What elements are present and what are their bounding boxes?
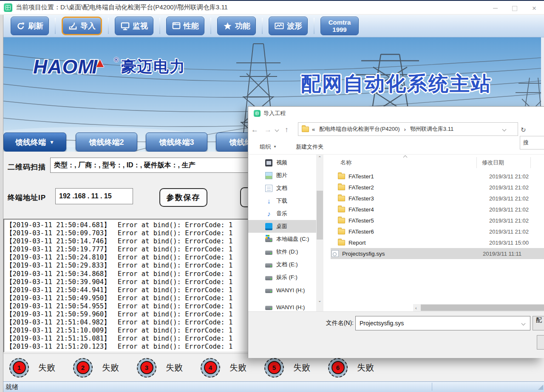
qr-scan-value: 类型：, 厂商：, 型号：, ID：, 硬件版本：, 生产 bbox=[54, 161, 195, 170]
monitor-button[interactable]: 监视 bbox=[115, 17, 153, 35]
scroll-up-icon[interactable]: ⌃ bbox=[318, 155, 321, 160]
folder-icon bbox=[338, 207, 345, 212]
forward-icon[interactable]: → bbox=[264, 126, 272, 134]
tab-feeder-terminal-3[interactable]: 馈线终端3 bbox=[146, 133, 207, 152]
sidebar-item[interactable]: 文档 (E:) bbox=[248, 258, 323, 271]
scroll-down-icon[interactable]: ⌄ bbox=[318, 298, 321, 303]
log-timestamp: 【2019-03-11 21:50:39.904】 bbox=[6, 278, 110, 286]
sidebar-item[interactable]: 本地磁盘 (C:) bbox=[248, 233, 323, 245]
column-divider[interactable] bbox=[476, 157, 477, 168]
sidebar-item[interactable]: 音乐 bbox=[248, 207, 323, 220]
sidebar-item[interactable]: 下载 bbox=[248, 195, 323, 207]
sidebar-item[interactable]: 图片 bbox=[248, 169, 323, 182]
sidebar-item[interactable]: WANYI (H:) bbox=[248, 284, 323, 296]
file-row[interactable]: FATester1 2019/3/11 21:02 bbox=[331, 171, 544, 182]
drive-icon bbox=[265, 276, 272, 280]
column-header-name[interactable]: 名称 bbox=[331, 159, 476, 166]
log-timestamp: 【2019-03-11 21:50:04.681】 bbox=[6, 221, 110, 229]
sidebar-item[interactable]: 软件 (D:) bbox=[248, 245, 323, 258]
file-rows: FATester1 2019/3/11 21:02 FATester2 2019… bbox=[331, 171, 544, 259]
tab-feeder-terminal-2[interactable]: 馈线终端2 bbox=[76, 133, 137, 152]
dialog-command-bar: 组织 ▼ 新建文件夹 bbox=[248, 139, 544, 155]
horizontal-scrollbar[interactable]: ‹ bbox=[413, 304, 544, 311]
terminal-ip-input[interactable]: 192 .168 . 11 . 15 bbox=[55, 188, 133, 204]
open-button-partial[interactable] bbox=[537, 335, 544, 350]
sidebar-item-label: 桌面 bbox=[276, 223, 287, 230]
refresh-address-icon[interactable]: ↻ bbox=[521, 126, 541, 134]
error-log[interactable]: 【2019-03-11 21:50:04.681】Error at bind()… bbox=[3, 219, 249, 353]
performance-button[interactable]: 性能 bbox=[166, 17, 204, 35]
tab-label: 馈线终端3 bbox=[159, 137, 194, 147]
file-row[interactable]: Projectsysfig.sys 2019/3/11 11:11 bbox=[331, 248, 544, 259]
scrollbar-thumb[interactable] bbox=[317, 191, 323, 240]
status-lamp-icon: 3 bbox=[137, 358, 156, 378]
file-row[interactable]: FATester5 2019/3/11 21:02 bbox=[331, 215, 544, 226]
log-line: 【2019-03-11 21:51:10.009】Error at bind()… bbox=[6, 327, 248, 335]
result-indicator: 3 失败 bbox=[137, 358, 201, 378]
file-date: 2019/3/11 11:11 bbox=[477, 251, 521, 257]
breadcrumb-current-folder[interactable]: 鄂州联调仓库3.11 bbox=[410, 125, 453, 133]
recent-locations-chevron-icon[interactable] bbox=[275, 128, 279, 132]
documents-icon bbox=[265, 185, 272, 192]
log-timestamp: 【2019-03-11 21:51:10.009】 bbox=[6, 327, 110, 334]
log-line: 【2019-03-11 21:50:29.833】Error at bind()… bbox=[6, 262, 248, 270]
breadcrumb-folder[interactable]: 配电终端自动化检测平台(P4200) bbox=[319, 125, 400, 133]
filename-label: 文件名(N): bbox=[294, 319, 354, 327]
haomai-logo: HAOM ▲ I ® 豪迈电力 bbox=[33, 55, 186, 78]
qr-scan-input[interactable]: 类型：, 厂商：, 型号：, ID：, 硬件版本：, 生产 bbox=[50, 158, 263, 173]
waveform-button[interactable]: 波形 bbox=[269, 17, 308, 35]
indicator-label: 失败 bbox=[293, 362, 310, 373]
status-lamp-icon: 5 bbox=[264, 358, 284, 378]
result-indicator: 5 失败 bbox=[264, 358, 328, 378]
new-folder-button[interactable]: 新建文件夹 bbox=[296, 143, 323, 151]
address-bar[interactable]: « 配电终端自动化检测平台(P4200) › 鄂州联调仓库3.11 bbox=[298, 122, 518, 136]
sidebar-item-label: 文档 bbox=[276, 184, 287, 192]
log-message: Error at bind(): ErrorCode: 1 bbox=[118, 245, 233, 253]
up-icon[interactable]: ↑ bbox=[285, 126, 289, 134]
app-icon bbox=[4, 3, 12, 12]
sidebar-item[interactable]: 视频 bbox=[248, 156, 323, 169]
terminal-ip-label: 终端地址IP bbox=[8, 193, 46, 203]
file-row[interactable]: FATester2 2019/3/11 21:02 bbox=[331, 182, 544, 193]
terminal-ip-value: 192 .168 . 11 . 15 bbox=[59, 192, 112, 200]
dialog-title-bar[interactable]: 导入工程 bbox=[248, 107, 544, 120]
column-divider[interactable] bbox=[530, 157, 531, 168]
file-row[interactable]: FATester4 2019/3/11 21:02 bbox=[331, 204, 544, 215]
close-icon[interactable]: × bbox=[524, 2, 544, 15]
sidebar-item[interactable]: 文档 bbox=[248, 182, 323, 195]
column-header-date[interactable]: 修改日期 bbox=[476, 159, 504, 166]
log-message: Error at bind(): ErrorCode: 1 bbox=[118, 221, 233, 229]
tab-feeder-terminal-1[interactable]: 馈线终端 ▼ bbox=[3, 133, 66, 152]
file-row[interactable]: Report 2019/3/11 15:00 bbox=[331, 237, 544, 248]
indicator-label: 失败 bbox=[357, 362, 374, 373]
file-row[interactable]: FATester3 2019/3/11 21:02 bbox=[331, 193, 544, 204]
sidebar-item[interactable]: 桌面 bbox=[248, 220, 323, 233]
sidebar-scrollbar[interactable]: ⌃ ⌄ bbox=[316, 155, 323, 311]
log-timestamp: 【2019-03-11 21:50:19.777】 bbox=[6, 245, 110, 253]
import-button[interactable]: 导入 bbox=[62, 17, 102, 35]
maximize-icon[interactable] bbox=[505, 2, 524, 15]
log-line: 【2019-03-11 21:50:49.950】Error at bind()… bbox=[6, 294, 248, 302]
back-icon[interactable]: ← bbox=[251, 126, 258, 134]
filetype-filter-button[interactable]: 配 bbox=[533, 316, 544, 330]
function-button[interactable]: 功能 bbox=[217, 17, 256, 35]
log-message: Error at bind(): ErrorCode: 1 bbox=[118, 262, 233, 269]
scrollbar-thumb[interactable] bbox=[421, 305, 544, 311]
logo-text-en: HAOM bbox=[33, 55, 95, 78]
minimize-icon[interactable] bbox=[485, 2, 505, 15]
organize-menu[interactable]: 组织 ▼ bbox=[260, 143, 277, 151]
performance-label: 性能 bbox=[184, 21, 199, 31]
chevron-down-icon[interactable] bbox=[521, 321, 526, 325]
file-row[interactable]: FATester6 2019/3/11 21:02 bbox=[331, 226, 544, 237]
scroll-left-icon[interactable]: ‹ bbox=[415, 305, 417, 310]
filename-combobox[interactable]: Projectsysfig.sys bbox=[355, 316, 530, 330]
address-dropdown-chevron-icon[interactable] bbox=[502, 127, 507, 131]
save-params-button[interactable]: 参数保存 bbox=[159, 188, 207, 207]
comtrade-button[interactable]: Comtra 1999 bbox=[320, 17, 359, 35]
sidebar-item[interactable]: WANYI (H:) bbox=[248, 301, 323, 311]
resize-grip[interactable]: ◢ bbox=[538, 383, 543, 391]
refresh-button[interactable]: 刷新 bbox=[11, 17, 49, 35]
breadcrumb-chevrons[interactable]: « bbox=[312, 126, 315, 133]
sidebar-item[interactable]: 娱乐 (F:) bbox=[248, 271, 323, 284]
log-message: Error at bind(): ErrorCode: 1 bbox=[118, 270, 233, 278]
